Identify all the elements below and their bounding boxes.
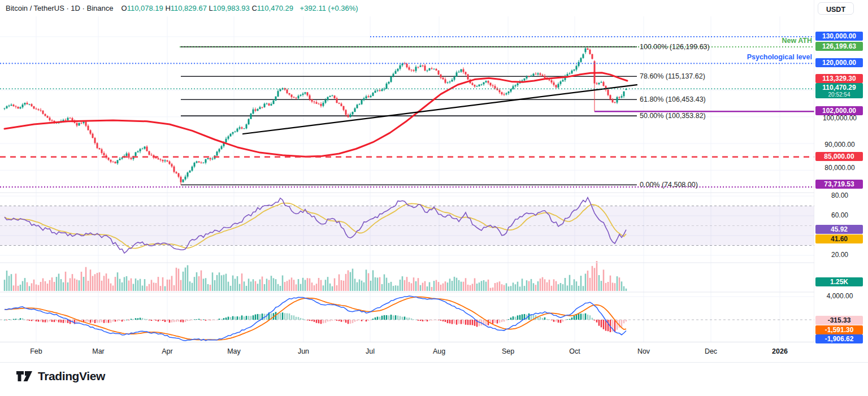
time-axis-label: Apr	[162, 347, 172, 355]
change-value: +392.11 (+0.36%)	[300, 4, 358, 12]
trendline[interactable]	[243, 85, 637, 134]
new-ath-label: New ATH	[782, 37, 812, 45]
volume-bars	[4, 261, 627, 291]
time-axis-label: Sep	[502, 347, 514, 355]
price-scale-badge: 73,719.53	[815, 180, 863, 189]
price-scale-badge: 110,470.2920:52:54	[815, 83, 863, 98]
tradingview-logo-icon	[16, 369, 33, 384]
price-scale-badge: 45.92	[815, 225, 863, 234]
time-axis[interactable]: FebMarAprMayJunJulAugSepOctNovDec2026	[0, 342, 868, 363]
fib-label: 0.00% (74,508.00)	[640, 181, 698, 189]
price-scale-badge: 126,199.63	[815, 42, 863, 51]
fib-label: 78.60% (115,137.62)	[640, 72, 705, 80]
price-scale-badge: 85,000.00	[815, 152, 863, 161]
fib-label: 100.00% (126,199.63)	[640, 43, 710, 51]
price-scale-label: 80,000.00	[816, 164, 863, 172]
time-axis-label: Dec	[705, 347, 717, 355]
time-axis-label: Aug	[433, 347, 445, 355]
price-scale-label: 4,000.00	[816, 292, 863, 300]
price-scale-badge: -1,591.30	[815, 325, 863, 334]
ohlc-values: O110,078.19 H110,829.67 L109,983.93 C110…	[121, 4, 296, 12]
price-scale-label: 100,000.00	[816, 114, 863, 122]
time-axis-label: Nov	[637, 347, 650, 355]
price-scale-badge: -1,906.62	[815, 334, 863, 343]
price-scale-badge: 41.60	[815, 234, 863, 243]
price-scale[interactable]: 100,000.0090,000.0080,000.0080.0060.0020…	[814, 0, 868, 362]
price-scale-badge: 102,000.00	[815, 106, 863, 115]
symbol-title[interactable]: Bitcoin / TetherUS · 1D · Binance	[6, 4, 114, 12]
price-scale-badge: 130,000.00	[815, 32, 863, 41]
time-axis-label: Mar	[92, 347, 105, 355]
time-axis-label: Oct	[569, 347, 580, 355]
time-axis-label: Jul	[366, 347, 375, 355]
tradingview-logo-text: TradingView	[38, 369, 105, 383]
price-scale-badge: 1.25K	[815, 277, 863, 286]
time-axis-label: May	[227, 347, 241, 355]
price-scale-badge: 120,000.00	[815, 58, 863, 67]
psychological-label: Psychological level	[747, 53, 812, 61]
price-scale-badge: -315.33	[815, 316, 863, 325]
symbol-header[interactable]: Bitcoin / TetherUS · 1D · Binance O110,0…	[6, 4, 358, 12]
price-scale-label: 60.00	[816, 211, 863, 219]
fib-label: 61.80% (106,453.43)	[640, 95, 706, 103]
price-scale-label: 80.00	[816, 192, 863, 199]
price-scale-label: 20.00	[816, 251, 863, 259]
tradingview-logo[interactable]: TradingView	[16, 369, 105, 384]
price-scale-badge: 113,329.30	[815, 74, 863, 83]
price-chart-canvas[interactable]: 100.00% (126,199.63)78.60% (115,137.62)6…	[0, 0, 868, 362]
time-axis-label: 2026	[772, 347, 788, 355]
currency-toggle-button[interactable]: USDT	[818, 2, 854, 15]
time-axis-label: Feb	[30, 347, 42, 355]
price-scale-label: 90,000.00	[816, 141, 863, 149]
fib-label: 50.00% (100,353.82)	[640, 112, 706, 120]
time-axis-label: Jun	[298, 347, 309, 355]
tradingview-chart-window: Bitcoin / TetherUS · 1D · Binance O110,0…	[0, 0, 868, 396]
